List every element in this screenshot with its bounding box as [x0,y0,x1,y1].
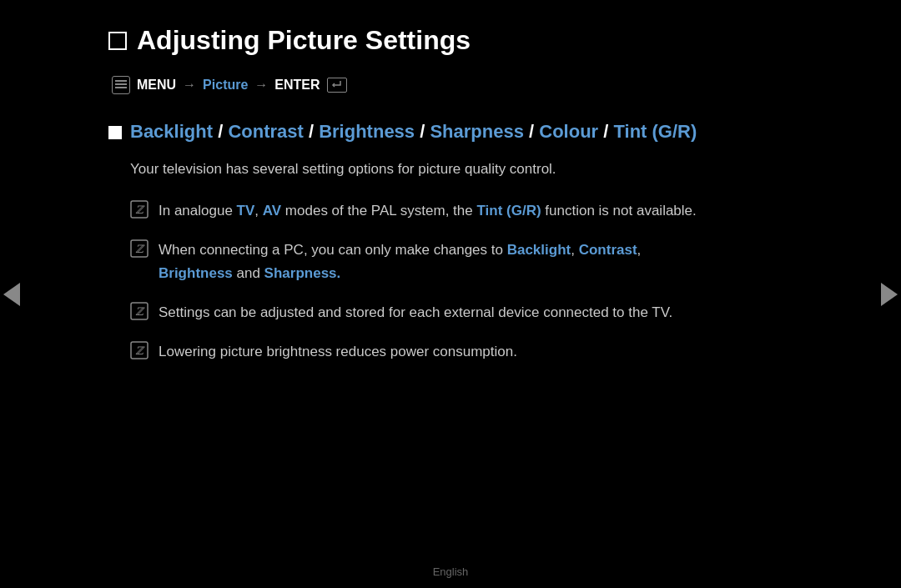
nav-arrow-right[interactable] [878,274,901,315]
svg-rect-2 [115,87,127,88]
sep-4: / [524,121,539,142]
sep-2: / [304,121,319,142]
black-square-icon [108,126,122,139]
note-text-1: In analogue TV, AV modes of the PAL syst… [159,199,697,222]
sep-3: / [415,121,430,142]
svg-rect-1 [115,83,127,85]
page-title: Adjusting Picture Settings [137,25,471,56]
note-item-2: ℤ When connecting a PC, you can only mak… [130,239,793,284]
description-text: Your television has several setting opti… [108,158,793,180]
note-item-1: ℤ In analogue TV, AV modes of the PAL sy… [130,199,793,222]
enter-icon [327,78,347,93]
colour-link: Colour [539,121,598,142]
svg-text:ℤ: ℤ [135,344,145,357]
footer-language: English [433,565,469,578]
note-text-2: When connecting a PC, you can only make … [159,239,641,284]
svg-rect-0 [115,80,127,82]
backlight-link: Backlight [130,121,213,142]
right-arrow-icon [881,283,898,306]
sharpness-link: Sharpness [430,121,524,142]
menu-path: MENU → Picture → ENTER [108,76,793,94]
svg-text:ℤ: ℤ [135,243,145,255]
left-arrow-icon [3,283,20,306]
heading-links: Backlight / Contrast / Brightness / Shar… [130,119,697,145]
note-item-4: ℤ Lowering picture brightness reduces po… [130,340,793,363]
notes-container: ℤ In analogue TV, AV modes of the PAL sy… [108,199,793,363]
tint-link: Tint (G/R) [614,121,697,142]
note-text-3: Settings can be adjusted and stored for … [159,301,672,324]
arrow-1: → [183,78,196,93]
svg-text:ℤ: ℤ [135,305,145,318]
enter-label: ENTER [274,78,320,93]
page-title-container: Adjusting Picture Settings [108,25,793,56]
note-icon-2: ℤ [130,239,148,258]
menu-label: MENU [137,78,176,93]
brightness-link: Brightness [319,121,415,142]
contrast-link: Contrast [228,121,303,142]
sep-1: / [213,121,228,142]
note-text-4: Lowering picture brightness reduces powe… [159,340,517,363]
nav-arrow-left[interactable] [0,274,23,315]
note-icon-1: ℤ [130,200,148,219]
arrow-2: → [254,78,268,93]
section-heading: Backlight / Contrast / Brightness / Shar… [108,119,793,145]
svg-text:ℤ: ℤ [135,204,145,216]
sep-5: / [598,121,613,142]
menu-icon [112,76,130,94]
picture-link: Picture [203,78,248,93]
note-item-3: ℤ Settings can be adjusted and stored fo… [130,301,793,324]
checkbox-icon [108,32,127,50]
note-icon-3: ℤ [130,302,148,320]
note-icon-4: ℤ [130,341,148,359]
